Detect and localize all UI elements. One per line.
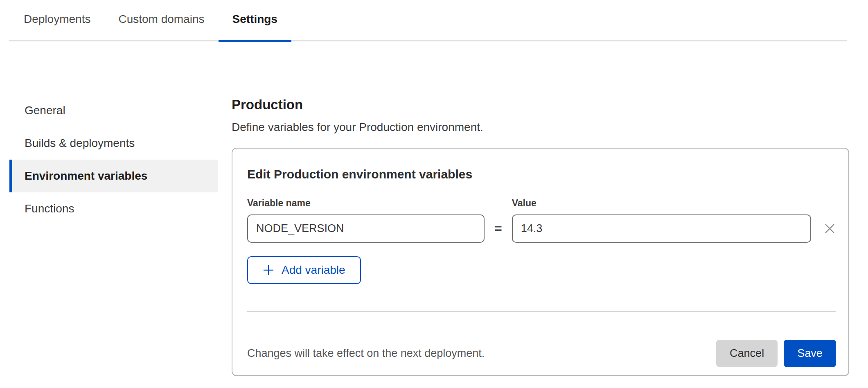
save-button[interactable]: Save — [784, 340, 836, 367]
variable-name-input[interactable] — [247, 214, 485, 243]
tab-list: Deployments Custom domains Settings — [9, 0, 847, 41]
plus-icon — [263, 264, 274, 276]
sidebar-item-environment-variables[interactable]: Environment variables — [9, 160, 218, 192]
close-icon — [823, 222, 836, 235]
variable-row: Variable name = Value — [247, 198, 836, 243]
tab-settings[interactable]: Settings — [219, 0, 291, 41]
cancel-button[interactable]: Cancel — [716, 340, 778, 367]
sidebar-item-builds-deployments[interactable]: Builds & deployments — [9, 127, 218, 160]
main-content: Production Define variables for your Pro… — [232, 94, 849, 376]
variable-name-field: Variable name — [247, 198, 485, 243]
add-variable-button[interactable]: Add variable — [247, 256, 361, 284]
add-variable-label: Add variable — [282, 264, 345, 277]
variable-value-field: Value — [512, 198, 811, 243]
variable-value-label: Value — [512, 198, 811, 209]
page-subtitle: Define variables for your Production env… — [232, 120, 849, 134]
tab-bar: Deployments Custom domains Settings — [9, 0, 847, 41]
variable-name-label: Variable name — [247, 198, 485, 209]
environment-variables-card: Edit Production environment variables Va… — [232, 148, 849, 376]
variable-value-input[interactable] — [512, 214, 811, 243]
deployment-note: Changes will take effect on the next dep… — [247, 347, 716, 360]
settings-sidebar: General Builds & deployments Environment… — [9, 94, 218, 376]
tab-custom-domains[interactable]: Custom domains — [104, 0, 218, 41]
card-title: Edit Production environment variables — [247, 167, 836, 181]
sidebar-item-functions[interactable]: Functions — [9, 192, 218, 225]
card-divider — [247, 311, 836, 312]
tab-deployments[interactable]: Deployments — [10, 0, 104, 41]
page-title: Production — [232, 97, 849, 113]
card-footer: Changes will take effect on the next dep… — [247, 340, 836, 367]
delete-variable-button[interactable] — [823, 214, 836, 243]
equals-sign: = — [494, 214, 502, 243]
sidebar-item-general[interactable]: General — [9, 94, 218, 127]
settings-layout: General Builds & deployments Environment… — [0, 41, 868, 376]
